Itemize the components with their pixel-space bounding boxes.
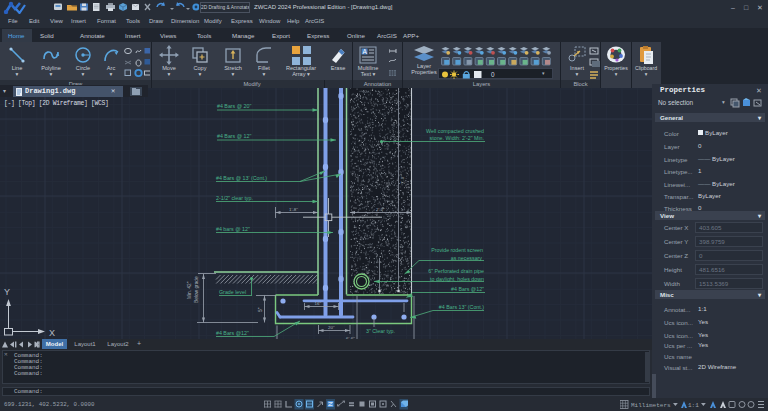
svg-text:Grade level: Grade level <box>219 289 246 295</box>
svg-text:Y: Y <box>4 287 10 297</box>
svg-text:7'-0": 7'-0" <box>400 175 405 184</box>
svg-text:[-] [Top] [2D Wireframe] [WCS]: [-] [Top] [2D Wireframe] [WCS] <box>4 100 108 107</box>
svg-text:Min. 42": Min. 42" <box>187 281 192 299</box>
svg-text:6" Perforated drain pipe: 6" Perforated drain pipe <box>428 268 484 274</box>
svg-text:2-1/2" clear typ.: 2-1/2" clear typ. <box>216 195 253 201</box>
svg-text:#4 Bars @12": #4 Bars @12" <box>216 330 249 336</box>
svg-text:Well compacted crushed: Well compacted crushed <box>426 128 484 134</box>
svg-text:#4 Bars @12": #4 Bars @12" <box>451 286 484 292</box>
svg-text:Below grade: Below grade <box>194 276 199 303</box>
svg-text:16": 16" <box>315 301 322 306</box>
svg-text:#4 Bars @ 12": #4 Bars @ 12" <box>217 133 251 139</box>
svg-text:#4 Bars 13" (Cont.): #4 Bars 13" (Cont.) <box>439 304 484 310</box>
svg-text:3" Clear typ.: 3" Clear typ. <box>366 328 395 334</box>
svg-text:to daylight, holes down: to daylight, holes down <box>430 276 484 282</box>
svg-text:2'-2": 2'-2" <box>376 207 385 212</box>
svg-text:A: A <box>363 48 368 55</box>
svg-text:#4 Bars @ 20": #4 Bars @ 20" <box>217 103 251 109</box>
svg-text:as necessary: as necessary <box>451 255 483 261</box>
svg-text:Provide rodent screen: Provide rodent screen <box>431 247 483 253</box>
svg-text:#4 Bars @ 13' (Cont.): #4 Bars @ 13' (Cont.) <box>216 175 267 181</box>
svg-text:5": 5" <box>258 307 263 312</box>
svg-text:#4 bars @ 12": #4 bars @ 12" <box>216 226 250 232</box>
svg-text:stone. Width: 2'-2" Min.: stone. Width: 2'-2" Min. <box>430 135 484 141</box>
svg-text:Millimeters: Millimeters <box>631 402 671 409</box>
svg-text:X: X <box>49 328 55 338</box>
svg-text:20": 20" <box>328 325 335 330</box>
svg-text:1:1: 1:1 <box>688 402 699 409</box>
svg-text:1'-8": 1'-8" <box>289 207 298 212</box>
